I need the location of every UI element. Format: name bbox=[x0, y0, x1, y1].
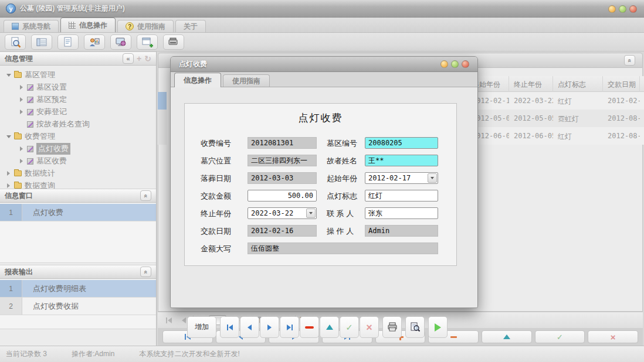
grid-row[interactable]: 2012-06-01 2012-06-05 红灯 2012-08-20 Admi… bbox=[467, 127, 644, 145]
tree-item-lamp-fee[interactable]: 点灯收费 bbox=[0, 143, 156, 155]
search-button[interactable] bbox=[5, 35, 26, 50]
start-year-dropdown-button[interactable] bbox=[428, 173, 437, 183]
add-button-label: 增加 bbox=[195, 322, 209, 332]
tree-item-label: 墓区设置 bbox=[36, 82, 67, 93]
save-button[interactable]: ✓ bbox=[340, 316, 359, 338]
tree-expand-icon[interactable] bbox=[7, 183, 10, 188]
tree-item-cemetery-mgmt[interactable]: 墓区管理 bbox=[0, 69, 156, 81]
print-device-button[interactable] bbox=[163, 35, 184, 50]
tab-user-guide[interactable]: ? 使用指南 bbox=[117, 20, 174, 32]
dialog-tab-info-operation[interactable]: 信息操作 bbox=[174, 73, 221, 87]
status-message: 本系统支持二次开发和全新开发! bbox=[139, 349, 239, 359]
last-record-button[interactable] bbox=[280, 316, 299, 338]
next-record-button[interactable] bbox=[260, 316, 279, 338]
tree-expand-icon[interactable] bbox=[20, 146, 23, 151]
cell-lamp-flag: 红灯 bbox=[553, 127, 603, 145]
tab-info-operation[interactable]: 信息操作 bbox=[60, 18, 116, 32]
dialog-minimize-button[interactable] bbox=[440, 60, 448, 68]
print-button[interactable] bbox=[382, 316, 402, 338]
edit-button[interactable] bbox=[320, 316, 339, 338]
info-mgmt-panel-header: 信息管理 « + ↻ bbox=[0, 52, 156, 66]
edit-record-button[interactable] bbox=[482, 330, 532, 343]
prev-record-button[interactable] bbox=[240, 316, 259, 338]
tool-icon bbox=[27, 109, 33, 115]
delete-button[interactable] bbox=[300, 316, 319, 338]
monitor-button[interactable] bbox=[110, 35, 131, 50]
report-item-detail-table[interactable]: 1 点灯收费明细表 bbox=[0, 280, 156, 298]
tree-collapse-icon[interactable] bbox=[6, 135, 11, 138]
window-close-button[interactable] bbox=[629, 5, 637, 13]
user-chart-icon bbox=[89, 36, 100, 48]
panel-collapse-button[interactable]: « bbox=[140, 267, 151, 277]
tree-expand-icon[interactable] bbox=[7, 171, 10, 176]
end-year-label: 终止年份 bbox=[201, 209, 231, 219]
add-icon[interactable]: + bbox=[137, 54, 141, 63]
grid-row[interactable]: 2012-05-01 2012-05-05 霓虹灯 2012-08-20 Adm… bbox=[467, 110, 644, 127]
contact-field[interactable]: 张东 bbox=[365, 207, 438, 219]
tree-item-label: 墓区预定 bbox=[36, 94, 67, 105]
collapse-up-icon: « bbox=[143, 194, 149, 197]
grid-row[interactable]: 2012-02-17 2022-03-22 红灯 2012-02-16 Admi… bbox=[467, 92, 644, 110]
tree-expand-icon[interactable] bbox=[20, 97, 23, 102]
tree-expand-icon[interactable] bbox=[20, 110, 23, 114]
tree-item-cemetery-setup[interactable]: 墓区设置 bbox=[0, 81, 156, 93]
edit-icon bbox=[503, 334, 510, 339]
dialog-tabbar: 信息操作 使用指南 bbox=[171, 72, 477, 87]
cemetery-number-field[interactable]: 20080205 bbox=[365, 137, 438, 149]
tab-system-navigation[interactable]: 系统导航 bbox=[4, 20, 59, 32]
column-header-payment-date[interactable]: 交款日期 bbox=[603, 76, 640, 92]
payment-amount-field[interactable]: 500.00 bbox=[248, 190, 317, 202]
document-button[interactable] bbox=[57, 35, 79, 50]
cancel-record-button[interactable]: × bbox=[588, 330, 638, 343]
dialog-titlebar[interactable]: 点灯收费 bbox=[171, 57, 477, 72]
tree-item-cemetery-fee[interactable]: 墓区收费 bbox=[0, 155, 156, 167]
report-item-receipt[interactable]: 2 点灯收费收据 bbox=[0, 298, 156, 315]
tree-expand-icon[interactable] bbox=[20, 85, 23, 90]
cell-lamp-flag: 霓虹灯 bbox=[553, 110, 603, 127]
window-minimize-button[interactable] bbox=[608, 5, 616, 13]
refresh-icon[interactable]: ↻ bbox=[144, 54, 151, 63]
dialog-close-button[interactable] bbox=[462, 60, 469, 68]
deceased-name-field[interactable]: 王** bbox=[365, 155, 438, 166]
tree-expand-icon[interactable] bbox=[20, 159, 23, 163]
sidebar: 信息管理 « + ↻ 墓区管理 墓区设置 墓区预定 安葬登记 按故者姓名查询 收… bbox=[0, 52, 157, 346]
lamp-flag-field[interactable]: 红灯 bbox=[365, 190, 438, 202]
new-window-button[interactable] bbox=[137, 35, 158, 50]
cancel-button[interactable]: × bbox=[360, 316, 379, 338]
column-header-end-year[interactable]: 终止年份 bbox=[509, 76, 553, 92]
pager-first-button[interactable] bbox=[164, 315, 174, 326]
add-button[interactable]: 增加 bbox=[187, 316, 216, 338]
tab-label: 使用指南 bbox=[232, 76, 260, 86]
dialog-maximize-button[interactable] bbox=[451, 60, 459, 68]
panel-collapse-button[interactable]: « bbox=[140, 190, 151, 201]
print-preview-button[interactable] bbox=[405, 316, 425, 338]
window-collapse-button[interactable]: « bbox=[624, 55, 635, 66]
cell-end-year: 2022-03-22 bbox=[509, 92, 553, 110]
list-view-button[interactable] bbox=[31, 35, 52, 50]
window-maximize-button[interactable] bbox=[619, 5, 626, 13]
app-title: 公墓 (陵园) 管理系统(非注册用户) bbox=[20, 4, 125, 13]
end-year-dropdown-button[interactable] bbox=[306, 209, 316, 218]
save-record-button[interactable]: ✓ bbox=[535, 330, 585, 343]
column-header-lamp-flag[interactable]: 点灯标志 bbox=[553, 76, 603, 92]
tree-item-label: 按故者姓名查询 bbox=[36, 119, 90, 129]
tree-collapse-icon[interactable] bbox=[6, 74, 11, 77]
tree-item-cemetery-reserve[interactable]: 墓区预定 bbox=[0, 94, 156, 105]
dialog-tab-user-guide[interactable]: 使用指南 bbox=[223, 74, 270, 87]
tree-item-deceased-name-query[interactable]: 按故者姓名查询 bbox=[0, 118, 156, 130]
user-report-button[interactable] bbox=[84, 35, 105, 50]
tree-item-burial-register[interactable]: 安葬登记 bbox=[0, 106, 156, 118]
sidebar-collapse-button[interactable]: « bbox=[123, 53, 134, 64]
column-header-operator[interactable]: 操作人 bbox=[640, 76, 644, 92]
tree-item-data-statistics[interactable]: 数据统计 bbox=[0, 168, 156, 179]
tab-about[interactable]: 关于 bbox=[175, 20, 206, 32]
tree-item-fee-mgmt[interactable]: 收费管理 bbox=[0, 131, 156, 142]
minus-icon bbox=[450, 336, 457, 338]
tool-icon bbox=[27, 121, 33, 128]
info-window-item[interactable]: 1 点灯收费 bbox=[0, 204, 156, 221]
first-record-button[interactable] bbox=[220, 316, 239, 338]
tree-item-label: 收费管理 bbox=[25, 131, 55, 142]
run-button[interactable] bbox=[428, 316, 448, 338]
tab-label: 使用指南 bbox=[137, 22, 165, 32]
fee-number-field: 2012081301 bbox=[248, 137, 317, 149]
